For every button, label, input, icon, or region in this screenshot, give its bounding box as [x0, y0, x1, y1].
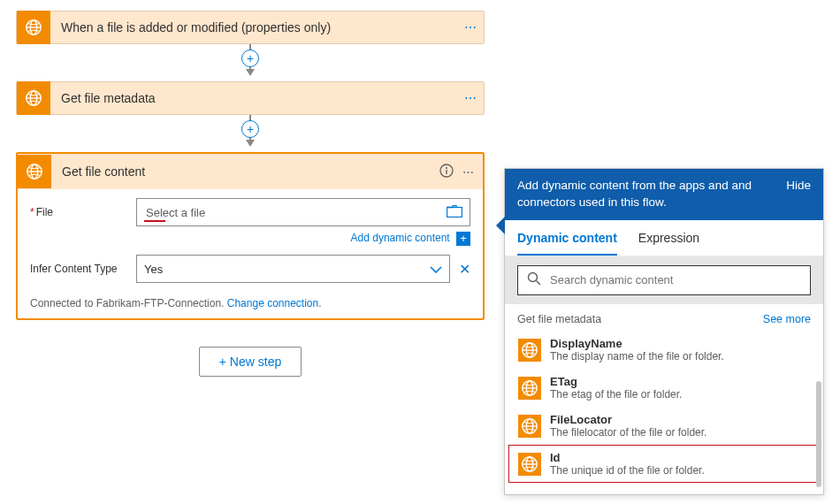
svg-rect-10 [447, 207, 462, 217]
connector-arrow: + [16, 44, 485, 81]
file-input[interactable] [144, 205, 447, 220]
callout-arrow [496, 217, 505, 234]
chevron-down-icon [430, 263, 442, 276]
clear-icon[interactable]: ✕ [459, 261, 470, 278]
dynamic-item-desc: The etag of the file or folder. [550, 388, 806, 401]
new-step-button[interactable]: + New step [199, 347, 302, 377]
step-trigger[interactable]: When a file is added or modified (proper… [16, 11, 485, 44]
dynamic-group-title: Get file metadata [517, 313, 601, 325]
dynamic-item-title: DisplayName [550, 337, 806, 350]
infer-value: Yes [144, 263, 163, 276]
dynamic-content-list: DisplayNameThe display name of the file … [505, 331, 823, 494]
svg-point-8 [446, 167, 447, 169]
dynamic-item-desc: The unique id of the file or folder. [550, 464, 806, 477]
svg-marker-6 [246, 140, 255, 147]
search-icon [527, 271, 541, 288]
see-more-link[interactable]: See more [763, 313, 811, 325]
dynamic-item-desc: The display name of the file or folder. [550, 350, 806, 363]
connector-icon [518, 377, 541, 400]
info-icon[interactable] [439, 164, 454, 180]
step-content-label: Get file content [51, 164, 439, 179]
step-metadata-label: Get file metadata [50, 91, 457, 105]
step-get-metadata[interactable]: Get file metadata ⋯ [16, 81, 485, 115]
connector-icon [518, 415, 541, 438]
dynamic-item-title: ETag [550, 375, 806, 388]
dynamic-search-input-wrapper[interactable] [517, 265, 811, 295]
hide-panel-link[interactable]: Hide [786, 178, 811, 211]
add-dynamic-content-icon[interactable]: + [456, 232, 470, 246]
folder-picker-icon[interactable] [447, 205, 462, 220]
scrollbar-thumb[interactable] [816, 381, 821, 487]
more-icon[interactable]: ⋯ [457, 20, 484, 34]
insert-step-button[interactable]: + [241, 50, 259, 67]
change-connection-link[interactable]: Change connection [227, 297, 318, 309]
insert-step-button[interactable]: + [241, 120, 259, 138]
svg-point-11 [529, 273, 538, 282]
dynamic-content-item[interactable]: IdThe unique id of the file or folder. [508, 445, 820, 483]
dynamic-content-panel: Add dynamic content from the apps and an… [504, 168, 824, 495]
param-infer-label: Infer Content Type [30, 263, 136, 275]
connector-icon [518, 339, 541, 362]
dynamic-item-title: FileLocator [550, 413, 806, 426]
more-icon[interactable]: ⋯ [457, 91, 484, 105]
file-input-wrapper[interactable] [136, 198, 470, 226]
svg-marker-4 [246, 69, 255, 76]
dynamic-panel-header: Add dynamic content from the apps and an… [505, 169, 823, 220]
infer-content-type-select[interactable]: Yes [136, 255, 450, 283]
tab-expression[interactable]: Expression [638, 220, 699, 256]
dynamic-panel-tabs: Dynamic content Expression [505, 220, 823, 256]
connector-icon [17, 11, 50, 44]
more-icon[interactable]: ⋯ [462, 165, 474, 179]
step-trigger-label: When a file is added or modified (proper… [50, 20, 457, 34]
connector-icon [18, 155, 51, 188]
step-header[interactable]: Get file content ⋯ [18, 154, 483, 189]
dynamic-content-item[interactable]: DisplayNameThe display name of the file … [508, 331, 820, 369]
svg-rect-9 [446, 170, 447, 174]
connection-info: Connected to Fabrikam-FTP-Connection. Ch… [30, 288, 470, 309]
dynamic-item-desc: The filelocator of the file or folder. [550, 426, 806, 439]
tab-dynamic-content[interactable]: Dynamic content [517, 220, 617, 256]
dynamic-item-title: Id [550, 451, 806, 464]
svg-line-12 [537, 281, 541, 286]
connector-icon [518, 453, 541, 476]
param-file-label: *File [30, 206, 136, 218]
step-get-content: Get file content ⋯ *File Ad [16, 152, 485, 320]
add-dynamic-content-link[interactable]: Add dynamic content [351, 232, 450, 244]
dynamic-content-item[interactable]: FileLocatorThe filelocator of the file o… [508, 407, 820, 445]
spellcheck-underline [144, 220, 165, 222]
dynamic-search-input[interactable] [548, 272, 801, 287]
dynamic-content-item[interactable]: ETagThe etag of the file or folder. [508, 369, 820, 407]
connector-arrow: + [16, 115, 485, 152]
connector-icon [17, 81, 50, 115]
